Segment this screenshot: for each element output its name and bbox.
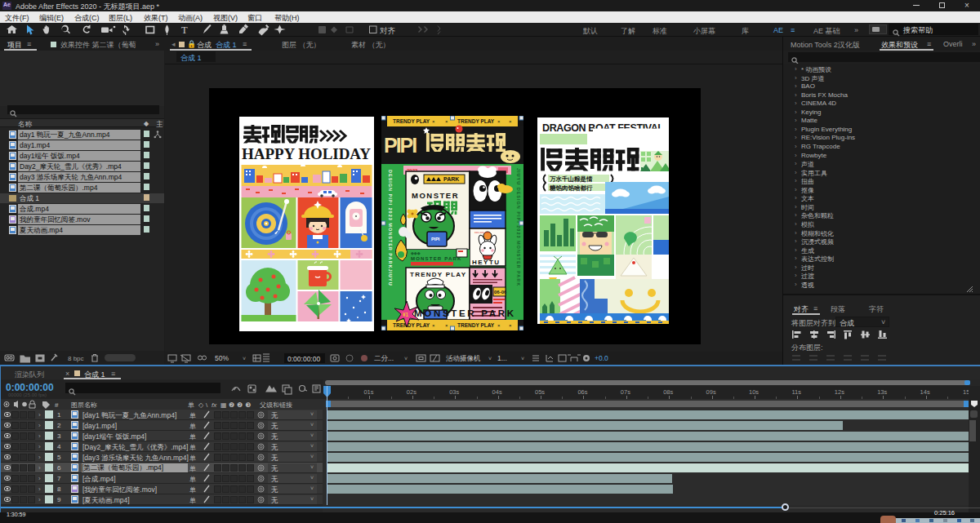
svg-text:×: × <box>432 323 435 328</box>
svg-text:TRENDY PLAY: TRENDY PLAY <box>410 271 466 278</box>
svg-text:MONSTER PARK: MONSTER PARK <box>411 256 462 261</box>
svg-text:×: × <box>445 119 448 124</box>
svg-text:PIPI: PIPI <box>431 237 440 242</box>
svg-text:JIUYU DESIGN PIPI 2023 MONSTER: JIUYU DESIGN PIPI 2023 MONSTER PARK <box>516 168 521 286</box>
svg-text:TRENDY PLAY: TRENDY PLAY <box>457 118 495 124</box>
svg-text:xxx-xxx-xxx: xxx-xxx-xxx <box>474 231 489 234</box>
svg-text:fx: fx <box>212 401 217 409</box>
svg-text:TRENDY PLAY: TRENDY PLAY <box>393 322 430 328</box>
svg-text:❸: ❸ <box>245 401 251 409</box>
svg-text:图层名称: 图层名称 <box>71 401 97 409</box>
svg-text:8 bpc: 8 bpc <box>68 355 84 362</box>
svg-text:˅: ˅ <box>404 356 408 361</box>
svg-text:×: × <box>497 323 501 328</box>
svg-text:TRENDY PLAY: TRENDY PLAY <box>393 118 430 124</box>
svg-text:+0.0: +0.0 <box>595 354 608 362</box>
svg-text:万水千山粽是情: 万水千山粽是情 <box>549 175 593 183</box>
svg-text:MONSTER PARK: MONSTER PARK <box>414 308 514 318</box>
svg-text:◆◆◆: ◆◆◆ <box>410 250 421 255</box>
svg-text:◇: ◇ <box>198 401 204 409</box>
svg-text:˅: ˅ <box>521 356 524 361</box>
svg-text:▦: ▦ <box>220 401 227 409</box>
svg-text:TRENDY PLAY: TRENDY PLAY <box>457 322 495 328</box>
svg-text:×: × <box>497 119 501 124</box>
svg-text:二分...: 二分... <box>374 354 394 362</box>
svg-text:×: × <box>445 323 448 328</box>
svg-text:1...: 1... <box>497 354 507 362</box>
svg-text:#: # <box>55 401 59 409</box>
svg-text:活动摄像机: 活动摄像机 <box>446 354 481 362</box>
svg-text:¥1: ¥1 <box>403 312 409 317</box>
svg-text:单: 单 <box>188 401 194 409</box>
svg-text:T: T <box>181 24 188 36</box>
svg-text:MONSTER: MONSTER <box>412 191 459 200</box>
svg-text:父级和链接: 父级和链接 <box>260 401 292 409</box>
svg-text:˅: ˅ <box>243 356 246 361</box>
svg-text:❷: ❷ <box>237 401 243 409</box>
svg-text:❷: ❷ <box>229 401 234 409</box>
svg-text:HAPPY HOLIDAY: HAPPY HOLIDAY <box>242 145 371 162</box>
svg-text:PIPI: PIPI <box>384 134 416 157</box>
svg-text:06-06: 06-06 <box>494 290 507 295</box>
svg-text:×: × <box>509 119 512 124</box>
svg-text:\: \ <box>206 401 208 409</box>
svg-text:×: × <box>509 323 512 328</box>
svg-text:0:00:00:00: 0:00:00:00 <box>287 355 320 363</box>
svg-text:对齐: 对齐 <box>380 26 396 35</box>
svg-text:˅: ˅ <box>488 356 492 361</box>
svg-text:HEYTU: HEYTU <box>472 259 501 266</box>
svg-text:PARK: PARK <box>443 176 459 182</box>
svg-text:糖馅肉馅啥都行: 糖馅肉馅啥都行 <box>549 184 593 192</box>
svg-text:DESIGN PIPI 2023 MONSTER PARKJ: DESIGN PIPI 2023 MONSTER PARKJIUYU <box>388 170 393 286</box>
svg-text:50%: 50% <box>215 354 229 362</box>
svg-text:×: × <box>432 119 435 124</box>
